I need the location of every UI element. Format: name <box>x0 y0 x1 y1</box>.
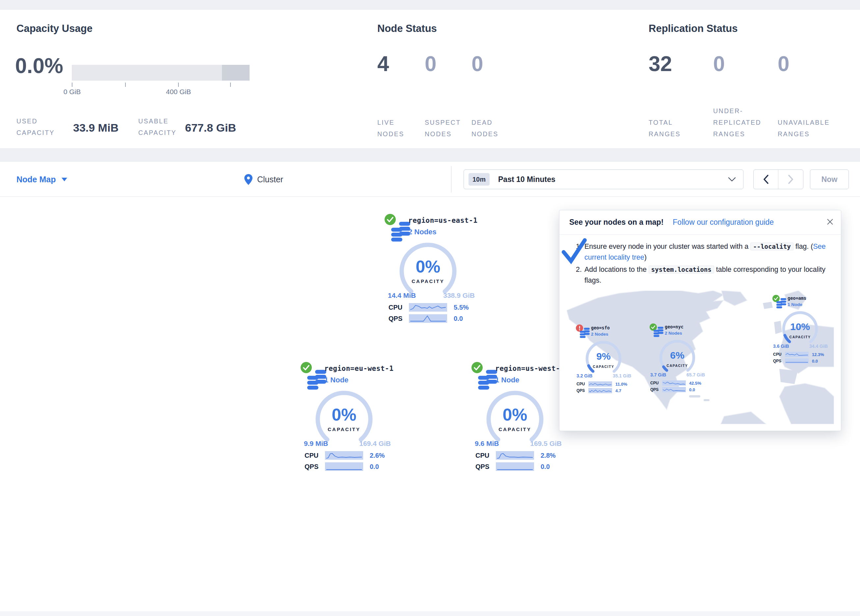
popup-title: See your nodes on a map! <box>569 218 664 227</box>
capacity-usage-percent: 0.0% <box>15 53 63 78</box>
qps-sparkline <box>662 387 686 392</box>
region-node-us-east-1[interactable]: region=us-east-1 2 Nodes 0% CAPACITY 14.… <box>382 214 481 326</box>
usable-capacity-value: 677.8 GiB <box>185 121 236 134</box>
region-node-us-west-1[interactable]: region=us-west-1 1 Node 0% CAPACITY 9.6 … <box>469 362 568 474</box>
region-node-eu-west-1[interactable]: region=eu-west-1 1 Node 0% CAPACITY 9.9 … <box>298 362 397 474</box>
cpu-sparkline <box>409 303 447 312</box>
cpu-value: 5.5% <box>454 304 469 311</box>
step-text: Ensure every node in your cluster was st… <box>584 241 828 263</box>
view-mode-dropdown[interactable]: Node Map <box>16 161 67 197</box>
qps-sparkline <box>785 358 809 364</box>
capacity-word: CAPACITY <box>397 278 459 284</box>
qps-value: 4.7 <box>615 388 621 393</box>
node-count-link[interactable]: 2 Nodes <box>408 228 436 236</box>
qps-label: QPS <box>576 388 589 393</box>
now-button[interactable]: Now <box>810 169 849 189</box>
unavailable-ranges-label: UNAVAILABLE RANGES <box>778 117 830 140</box>
qps-value: 0.0 <box>689 387 695 392</box>
time-range-value: Past 10 Minutes <box>498 175 556 184</box>
capacity-word: CAPACITY <box>658 364 697 368</box>
cpu-sparkline <box>325 451 363 460</box>
used-capacity: 3.2 GiB <box>576 373 592 378</box>
used-capacity: 3.7 GiB <box>650 372 666 378</box>
dead-nodes-label: DEAD NODES <box>471 117 499 140</box>
view-mode-label: Node Map <box>16 175 56 184</box>
live-nodes-count: 4 <box>377 52 389 76</box>
view-toolbar: Node Map Cluster 10m Past 10 Minutes Now <box>0 161 860 197</box>
under-replicated-count: 0 <box>713 52 725 76</box>
capacity-word: CAPACITY <box>484 426 546 432</box>
code-span: system.locations <box>649 266 714 273</box>
time-back-button[interactable] <box>754 170 778 189</box>
qps-value: 0.0 <box>454 315 463 323</box>
capacity-word: CAPACITY <box>313 426 375 432</box>
locality-label: geo=nyc <box>665 324 684 329</box>
cpu-value: 2.8% <box>541 452 556 459</box>
node-status-title: Node Status <box>377 23 437 34</box>
qps-label: QPS <box>304 463 325 470</box>
qps-label: QPS <box>773 359 785 363</box>
map-node-geo-nyc: geo=nyc 2 Nodes 6% CAPACITY 3.7 GiB 65.7… <box>650 323 706 393</box>
cpu-sparkline <box>662 380 686 386</box>
locality-label: geo=ams <box>788 296 806 301</box>
cpu-label: CPU <box>773 352 785 357</box>
live-nodes-label: LIVE NODES <box>377 117 404 140</box>
qps-value: 0.0 <box>812 359 818 364</box>
step-text: Add locations to the system.locations ta… <box>584 264 828 286</box>
capacity-axis-label-400: 400 GiB <box>155 88 201 96</box>
suspect-nodes-count: 0 <box>425 52 436 76</box>
map-pin-icon <box>244 174 253 185</box>
time-range-badge: 10m <box>469 173 490 186</box>
total-capacity: 35.1 GiB <box>613 373 631 378</box>
page-footer-strip <box>0 611 860 616</box>
node-count-link[interactable]: 1 Node <box>324 376 348 384</box>
node-count-link[interactable]: 1 Node <box>495 376 519 384</box>
check-icon <box>561 237 587 264</box>
capacity-axis-label-0: 0 GiB <box>49 88 95 96</box>
node-count: 2 Nodes <box>665 331 682 335</box>
qps-sparkline <box>496 462 534 471</box>
time-forward-button[interactable] <box>778 170 803 189</box>
total-capacity: 34.4 GiB <box>809 343 828 349</box>
capacity-axis-tick <box>72 83 72 87</box>
map-node-geo-ams: geo=ams 1 Node 10% CAPACITY 3.6 GiB 34.4… <box>772 295 829 365</box>
cpu-label: CPU <box>576 382 589 386</box>
capacity-percent: 10% <box>780 321 820 332</box>
capacity-percent: 6% <box>658 350 697 361</box>
region-label: region=us-east-1 <box>408 216 477 224</box>
breadcrumb-label: Cluster <box>257 175 283 184</box>
database-icon <box>391 222 410 242</box>
node-count: 1 Node <box>788 302 802 307</box>
node-map-setup-popup: See your nodes on a map! Follow our conf… <box>559 210 841 431</box>
suspect-nodes-label: SUSPECT NODES <box>425 117 461 140</box>
breadcrumb[interactable]: Cluster <box>244 161 283 197</box>
cpu-sparkline <box>589 381 612 387</box>
database-icon <box>307 370 326 390</box>
cpu-label: CPU <box>389 304 409 311</box>
capacity-axis-tick <box>178 83 179 87</box>
cpu-sparkline <box>785 352 809 357</box>
chevron-left-icon <box>763 175 769 184</box>
capacity-percent: 0% <box>484 405 546 425</box>
cpu-label: CPU <box>304 452 325 459</box>
under-replicated-label: UNDER- REPLICATED RANGES <box>713 105 761 140</box>
node-count: 2 Nodes <box>591 332 609 337</box>
used-capacity-label: USED CAPACITY <box>16 116 55 138</box>
capacity-percent: 0% <box>313 405 375 425</box>
configuration-guide-link[interactable]: Follow our configuration guide <box>673 218 774 227</box>
chevron-down-icon <box>61 178 67 181</box>
used-capacity: 9.9 MiB <box>304 440 328 448</box>
close-icon[interactable] <box>826 218 834 227</box>
locality-label: geo=sfo <box>591 325 610 331</box>
step-text-segment: flag. ( <box>794 243 813 251</box>
replication-status-title: Replication Status <box>649 23 738 34</box>
setup-steps: 1. Ensure every node in your cluster was… <box>559 235 841 286</box>
used-capacity-value: 33.9 MiB <box>73 121 119 134</box>
capacity-usage-title: Capacity Usage <box>16 23 93 34</box>
used-capacity: 3.6 GiB <box>773 343 789 349</box>
qps-sparkline <box>409 314 447 323</box>
time-range-dropdown[interactable]: 10m Past 10 Minutes <box>464 169 744 189</box>
step-number: 2. <box>571 264 582 286</box>
capacity-word: CAPACITY <box>584 365 623 368</box>
setup-step-1: 1. Ensure every node in your cluster was… <box>571 241 831 263</box>
